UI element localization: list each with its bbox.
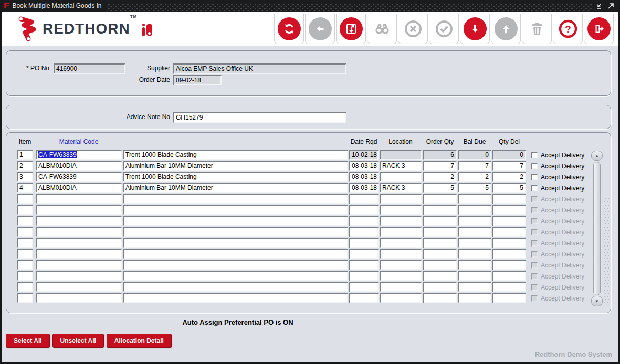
material-code-cell[interactable] [36, 194, 122, 204]
description-cell[interactable] [123, 205, 348, 215]
material-code-cell[interactable] [36, 293, 122, 303]
material-code-cell[interactable] [36, 227, 122, 237]
unselect-all-button[interactable]: Unselect All [52, 334, 104, 348]
order-qty-cell[interactable]: 5 [423, 183, 457, 193]
material-code-cell[interactable] [36, 282, 122, 292]
qty-del-cell[interactable] [492, 205, 526, 215]
material-code-cell[interactable]: CA-FW63839 [36, 172, 122, 182]
accept-delivery-checkbox[interactable] [531, 152, 538, 158]
qty-del-cell[interactable] [492, 260, 526, 270]
item-cell[interactable] [17, 238, 33, 248]
bal-due-cell[interactable]: 5 [458, 183, 491, 193]
location-cell[interactable]: RACK 3 [380, 161, 422, 171]
accept-delivery-checkbox[interactable] [531, 185, 538, 191]
item-cell[interactable] [17, 205, 33, 215]
order-qty-cell[interactable] [423, 216, 457, 226]
bal-due-cell[interactable] [458, 238, 491, 248]
qty-del-cell[interactable] [492, 194, 526, 204]
material-code-cell[interactable] [36, 205, 122, 215]
bal-due-cell[interactable] [458, 194, 491, 204]
qty-del-cell[interactable] [492, 249, 526, 259]
description-cell[interactable] [123, 282, 348, 292]
material-code-cell[interactable] [36, 249, 122, 259]
location-cell[interactable] [380, 172, 422, 182]
select-all-button[interactable]: Select All [6, 334, 50, 348]
order-qty-cell[interactable] [423, 282, 457, 292]
order-qty-cell[interactable] [423, 205, 457, 215]
description-cell[interactable] [123, 260, 348, 270]
scroll-down-button[interactable]: ▼ [591, 296, 603, 306]
qty-del-cell[interactable]: 5 [492, 183, 526, 193]
location-cell[interactable] [380, 216, 422, 226]
location-cell[interactable] [380, 194, 422, 204]
date-rqd-cell[interactable] [349, 194, 379, 204]
qty-del-cell[interactable] [492, 227, 526, 237]
item-cell[interactable] [17, 260, 33, 270]
description-cell[interactable] [123, 227, 348, 237]
date-rqd-cell[interactable] [349, 205, 379, 215]
order-qty-cell[interactable] [423, 271, 457, 281]
bal-due-cell[interactable] [458, 260, 491, 270]
ok-button[interactable] [429, 14, 459, 44]
order-qty-cell[interactable] [423, 238, 457, 248]
location-cell[interactable]: RACK 3 [380, 183, 422, 193]
bal-due-cell[interactable] [458, 205, 491, 215]
delete-button[interactable] [522, 14, 552, 44]
find-button[interactable] [367, 14, 397, 44]
date-rqd-cell[interactable]: 08-03-18 [349, 183, 379, 193]
material-code-cell[interactable]: ALBM010DIA [36, 161, 122, 171]
description-cell[interactable] [123, 293, 348, 303]
location-cell[interactable] [380, 260, 422, 270]
save-button[interactable] [336, 14, 366, 44]
date-rqd-cell[interactable] [349, 282, 379, 292]
qty-del-cell[interactable]: 7 [492, 161, 526, 171]
item-cell[interactable] [17, 249, 33, 259]
bal-due-cell[interactable] [458, 271, 491, 281]
material-code-cell[interactable]: ALBM010DIA [36, 183, 122, 193]
order-qty-cell[interactable] [423, 293, 457, 303]
description-cell[interactable] [123, 194, 348, 204]
exit-button[interactable] [584, 14, 614, 44]
order-qty-cell[interactable] [423, 260, 457, 270]
item-cell[interactable] [17, 227, 33, 237]
location-cell[interactable] [380, 282, 422, 292]
qty-del-cell[interactable]: 2 [492, 172, 526, 182]
item-cell[interactable]: 2 [17, 161, 33, 171]
qty-del-cell[interactable] [492, 293, 526, 303]
date-rqd-cell[interactable] [349, 260, 379, 270]
item-cell[interactable] [17, 216, 33, 226]
order-qty-cell[interactable] [423, 227, 457, 237]
qty-del-cell[interactable] [492, 238, 526, 248]
allocation-detail-button[interactable]: Allocation Detail [107, 334, 172, 348]
description-cell[interactable] [123, 238, 348, 248]
bal-due-cell[interactable]: 7 [458, 161, 491, 171]
scroll-up-button[interactable]: ▲ [591, 151, 603, 161]
material-code-cell[interactable] [36, 271, 122, 281]
col-header-material-code[interactable]: Material Code [36, 138, 122, 145]
date-rqd-cell[interactable] [349, 271, 379, 281]
accept-delivery-checkbox[interactable] [531, 163, 538, 169]
refresh-button[interactable] [274, 14, 304, 44]
date-rqd-cell[interactable]: 08-03-18 [349, 161, 379, 171]
date-rqd-cell[interactable]: 08-03-18 [349, 172, 379, 182]
item-cell[interactable]: 4 [17, 183, 33, 193]
location-cell[interactable] [380, 293, 422, 303]
location-cell[interactable] [380, 238, 422, 248]
bal-due-cell[interactable] [458, 249, 491, 259]
date-rqd-cell[interactable] [349, 238, 379, 248]
location-cell[interactable] [380, 227, 422, 237]
qty-del-cell[interactable] [492, 216, 526, 226]
description-cell[interactable] [123, 216, 348, 226]
date-rqd-cell[interactable] [349, 293, 379, 303]
item-cell[interactable]: 3 [17, 172, 33, 182]
description-cell[interactable]: Trent 1000 Blade Casting [123, 150, 348, 160]
description-cell[interactable]: Aluminium Bar 10MM Diameter [123, 161, 348, 171]
date-rqd-cell[interactable] [349, 249, 379, 259]
goods-in-button[interactable] [460, 14, 490, 44]
item-cell[interactable] [17, 293, 33, 303]
cancel-button[interactable] [398, 14, 428, 44]
description-cell[interactable]: Aluminium Bar 10MM Diameter [123, 183, 348, 193]
material-code-cell[interactable] [36, 216, 122, 226]
date-rqd-cell[interactable] [349, 216, 379, 226]
location-cell[interactable] [380, 271, 422, 281]
